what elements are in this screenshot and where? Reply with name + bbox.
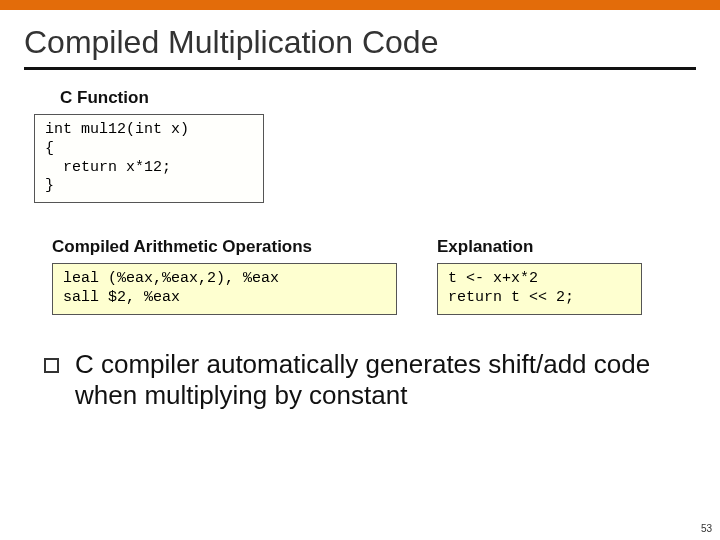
square-bullet-icon: [44, 358, 59, 373]
asm-code-box: leal (%eax,%eax,2), %eax sall $2, %eax: [52, 263, 397, 315]
page-number: 53: [701, 523, 712, 534]
bullet-item: C compiler automatically generates shift…: [44, 349, 696, 411]
bullet-text: C compiler automatically generates shift…: [75, 349, 696, 411]
asm-label: Compiled Arithmetic Operations: [52, 237, 397, 257]
explanation-code-box: t <- x+x*2 return t << 2;: [437, 263, 642, 315]
slide-title: Compiled Multiplication Code: [24, 24, 696, 61]
accent-top-bar: [0, 0, 720, 10]
asm-column: Compiled Arithmetic Operations leal (%ea…: [52, 233, 397, 315]
c-code-box: int mul12(int x) { return x*12; }: [34, 114, 264, 203]
explanation-column: Explanation t <- x+x*2 return t << 2;: [437, 233, 642, 315]
title-rule: [24, 67, 696, 70]
c-function-label: C Function: [60, 88, 696, 108]
asm-row: Compiled Arithmetic Operations leal (%ea…: [24, 233, 696, 315]
explanation-label: Explanation: [437, 237, 642, 257]
slide-body: Compiled Multiplication Code C Function …: [0, 10, 720, 411]
